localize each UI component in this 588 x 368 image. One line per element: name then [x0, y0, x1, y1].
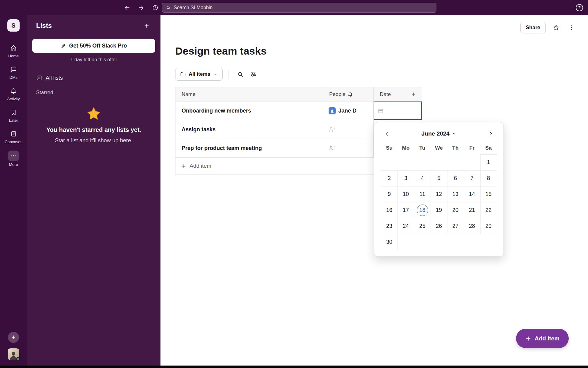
calendar-day-cell[interactable]: 2	[381, 170, 398, 186]
calendar-empty-cell	[431, 234, 447, 250]
slack-window: Search SLMobbin ? S Home DMs	[0, 0, 588, 368]
calendar-day-cell[interactable]: 26	[431, 218, 447, 234]
history-button[interactable]	[150, 2, 160, 13]
back-button[interactable]	[122, 2, 132, 13]
search-icon	[166, 5, 171, 10]
workspace-rail: S Home DMs Activity	[0, 15, 27, 366]
rail-item-later[interactable]: Later	[8, 108, 19, 123]
calendar-day-cell[interactable]: 15	[480, 186, 497, 202]
rail-item-home[interactable]: Home	[8, 43, 19, 58]
month-selector[interactable]: June 2024	[421, 130, 456, 137]
rail-item-canvases[interactable]: Canvases	[5, 129, 22, 144]
more-options-button[interactable]	[567, 23, 576, 33]
new-list-button[interactable]	[142, 21, 151, 30]
calendar-day-cell[interactable]: 16	[381, 202, 398, 218]
people-cell[interactable]: Jane D	[323, 102, 374, 120]
list-view: Share Design team tasks All items	[160, 15, 588, 366]
star-list-button[interactable]	[551, 23, 561, 33]
promo-button[interactable]: Get 50% Off Slack Pro	[32, 39, 155, 53]
calendar-day-cell[interactable]: 24	[398, 218, 414, 234]
calendar-empty-cell	[414, 154, 431, 170]
calendar-day-cell[interactable]: 19	[431, 202, 447, 218]
calendar-empty-cell	[414, 234, 431, 250]
starred-label: Starred	[36, 90, 53, 95]
sidebar-title: Lists	[36, 22, 52, 30]
share-button[interactable]: Share	[520, 22, 546, 33]
table-row: Onboarding new members Jane D	[175, 102, 422, 120]
rail-item-label: Activity	[7, 97, 20, 101]
calendar-empty-cell	[398, 234, 414, 250]
filter-settings-button[interactable]	[247, 68, 260, 81]
column-header-name[interactable]: Name	[175, 87, 323, 102]
calendar-day-cell[interactable]: 4	[414, 170, 431, 186]
calendar-day-cell[interactable]: 10	[398, 186, 414, 202]
search-icon	[237, 71, 243, 78]
calendar-day-cell[interactable]: 25	[414, 218, 431, 234]
rail-item-activity[interactable]: Activity	[7, 86, 20, 101]
calendar-icon	[378, 108, 384, 114]
lists-sidebar: Lists Get 50% Off Slack Pro 1 day left o…	[27, 15, 160, 366]
calendar-day-cell[interactable]: 6	[447, 170, 464, 186]
add-column-button[interactable]	[409, 90, 417, 98]
previous-month-button[interactable]	[382, 128, 393, 139]
calendar-empty-cell	[464, 154, 480, 170]
forward-button[interactable]	[136, 2, 146, 13]
filter-label: All items	[189, 71, 210, 77]
calendar-day-cell[interactable]: 28	[464, 218, 480, 234]
column-header-date[interactable]: Date	[374, 87, 422, 102]
home-icon	[8, 43, 19, 52]
calendar-empty-cell	[447, 154, 464, 170]
column-header-people[interactable]: People	[323, 87, 374, 102]
calendar-day-cell[interactable]: 17	[398, 202, 414, 218]
calendar-day-cell[interactable]: 1	[480, 154, 497, 170]
calendar-day-header: Th	[447, 142, 464, 154]
name-cell[interactable]: Onboarding new members	[175, 102, 323, 120]
calendar-day-cell[interactable]: 12	[431, 186, 447, 202]
people-cell[interactable]	[323, 139, 374, 158]
calendar-day-cell[interactable]: 29	[480, 218, 497, 234]
calendar-day-cell[interactable]: 20	[447, 202, 464, 218]
add-person-icon	[329, 126, 335, 132]
calendar-day-cell[interactable]: 14	[464, 186, 480, 202]
rail-item-label: DMs	[9, 75, 18, 80]
calendar-day-cell[interactable]: 21	[464, 202, 480, 218]
calendar-day-cell[interactable]: 5	[431, 170, 447, 186]
people-cell[interactable]	[323, 120, 374, 139]
rail-item-label: Later	[9, 118, 18, 123]
calendar-day-cell[interactable]: 7	[464, 170, 480, 186]
user-avatar[interactable]	[8, 348, 19, 360]
create-new-button[interactable]	[8, 332, 19, 343]
date-cell-active[interactable]	[374, 102, 422, 120]
plus-icon	[11, 335, 16, 340]
name-cell[interactable]: Prep for product team meeting	[175, 139, 323, 158]
search-in-list-button[interactable]	[234, 68, 247, 81]
search-input[interactable]: Search SLMobbin	[162, 3, 436, 13]
rail-item-label: Canvases	[5, 140, 22, 144]
calendar-empty-cell	[381, 154, 398, 170]
chevron-down-icon	[452, 132, 456, 136]
add-item-fab[interactable]: Add Item	[516, 329, 569, 348]
calendar-day-cell[interactable]: 13	[447, 186, 464, 202]
calendar-day-cell[interactable]: 23	[381, 218, 398, 234]
sidebar-item-all-lists[interactable]: All lists	[27, 72, 160, 83]
rail-item-dms[interactable]: DMs	[8, 65, 19, 80]
calendar-day-cell[interactable]: 8	[480, 170, 497, 186]
name-cell[interactable]: Assign tasks	[175, 120, 323, 139]
calendar-day-cell[interactable]: 27	[447, 218, 464, 234]
calendar-day-cell[interactable]: 9	[381, 186, 398, 202]
calendar-day-cell[interactable]: 22	[480, 202, 497, 218]
calendar-day-selected[interactable]: 18	[414, 202, 431, 218]
rail-item-more[interactable]: More	[8, 151, 19, 167]
calendar-day-cell[interactable]: 11	[414, 186, 431, 202]
chevron-down-icon	[213, 72, 218, 77]
help-icon[interactable]: ?	[576, 4, 583, 11]
calendar-day-cell[interactable]: 30	[381, 234, 398, 250]
next-month-button[interactable]	[485, 128, 496, 139]
workspace-switcher[interactable]: S	[7, 19, 20, 32]
calendar-day-cell[interactable]: 3	[398, 170, 414, 186]
view-filter-dropdown[interactable]: All items	[175, 68, 223, 81]
more-ellipsis-icon	[8, 151, 19, 161]
date-picker-popup: June 2024 Su Mo Tu We Th Fr Sa	[374, 122, 504, 257]
bookmark-icon	[8, 108, 19, 117]
starred-section-header[interactable]: Starred	[27, 90, 160, 96]
